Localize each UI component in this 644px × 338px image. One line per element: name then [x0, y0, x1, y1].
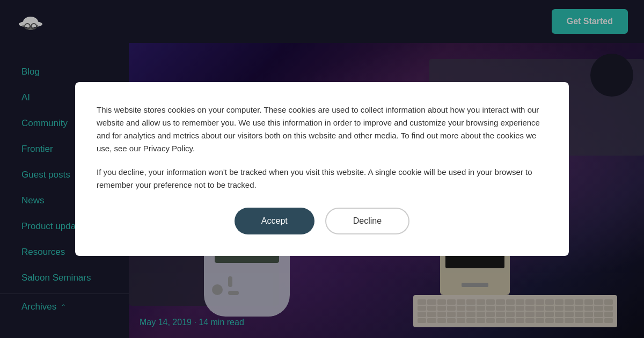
cookie-modal: This website stores cookies on your comp… [75, 82, 569, 256]
decline-button[interactable]: Decline [325, 208, 409, 234]
cookie-text-secondary: If you decline, your information won't b… [97, 166, 547, 192]
cookie-text-primary: This website stores cookies on your comp… [97, 104, 547, 155]
accept-button[interactable]: Accept [235, 208, 314, 234]
cookie-modal-overlay: This website stores cookies on your comp… [0, 0, 644, 338]
cookie-modal-buttons: Accept Decline [97, 208, 547, 234]
